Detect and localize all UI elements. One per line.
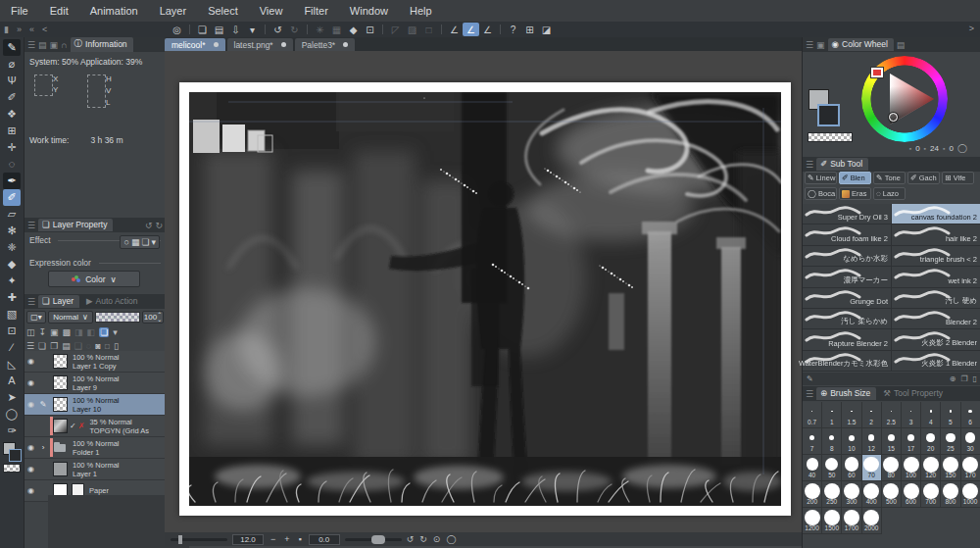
brush-item[interactable]: 火炎影 1 Blender <box>892 351 980 372</box>
redo-icon[interactable]: ↻ <box>155 221 163 230</box>
dock-arrow-icon[interactable]: » <box>17 25 22 34</box>
brush-size-200[interactable]: 200 <box>803 481 822 508</box>
ruler-visibility-icon[interactable]: ◧ <box>87 327 96 337</box>
visibility-eye-icon[interactable]: ◉ <box>24 443 37 452</box>
open-file-icon[interactable]: ▤ <box>211 23 227 36</box>
rotation-slider-handle[interactable] <box>371 535 385 544</box>
brush-item[interactable]: Grunge Dot <box>803 288 892 309</box>
lock-transparent-pixels-icon[interactable]: ▩ <box>63 327 72 337</box>
snap-ruler-icon[interactable]: ∠ <box>446 23 463 36</box>
delete-layer-icon[interactable]: ▯ <box>114 341 119 351</box>
brush-size-80[interactable]: 80 <box>882 455 902 481</box>
combine-dim-icon[interactable]: ◌ <box>86 341 91 351</box>
processing-icon[interactable]: ✳ <box>312 23 328 36</box>
brush-size-2000[interactable]: 2000 <box>862 508 882 534</box>
zoom-value[interactable]: 12.0 <box>232 534 264 545</box>
tool-object-icon[interactable]: ➤ <box>3 389 21 406</box>
navigator-icon[interactable]: ▤ <box>38 40 47 50</box>
menu-window[interactable]: Window <box>339 0 399 22</box>
tab-modified-dot[interactable] <box>343 42 348 47</box>
brush-size-7[interactable]: 7 <box>803 428 822 455</box>
layer-row[interactable]: ◉100 % NormalLayer 1 <box>24 459 166 480</box>
brush-size-30[interactable]: 30 <box>961 428 980 455</box>
clip-to-layer-below-icon[interactable]: ◫ <box>26 327 35 337</box>
brush-size-250[interactable]: 250 <box>822 481 842 508</box>
tab-color-wheel[interactable]: ◉Color Wheel <box>828 38 894 51</box>
tool-ruler-icon[interactable]: ◺ <box>3 356 21 373</box>
brush-size-10[interactable]: 10 <box>842 428 861 455</box>
folder-icon[interactable] <box>53 440 68 455</box>
crop-frame-icon[interactable]: ⊡ <box>362 23 378 36</box>
duplicate-subtool-icon[interactable]: ❐ <box>960 374 967 383</box>
panel-menu-icon[interactable]: ☰ <box>27 221 35 230</box>
color-set-icon[interactable]: ▣ <box>816 40 825 50</box>
opacity-value[interactable]: 100⌃⌄ <box>142 311 164 324</box>
edit-subtool-icon[interactable]: ✎ <box>807 374 813 383</box>
layer-thumbnail[interactable] <box>53 354 68 369</box>
brush-item[interactable]: 濃厚マーカー <box>803 267 892 287</box>
save-dropdown-icon[interactable]: ▾ <box>244 23 261 36</box>
layer-thumbnail[interactable] <box>53 375 68 390</box>
brush-item[interactable]: 火炎影 2 Blender <box>892 329 980 350</box>
transfer-down-icon[interactable]: ↧ <box>39 327 47 337</box>
layer-thumbnail[interactable] <box>53 397 68 412</box>
painting[interactable] <box>189 92 781 506</box>
menu-layer[interactable]: Layer <box>149 0 198 22</box>
tool-magic-wand-icon[interactable]: ✦ <box>3 273 21 289</box>
brush-size-5[interactable]: 5 <box>941 402 960 428</box>
brush-item[interactable]: なめらか水彩 <box>803 246 892 267</box>
tab-auto-action[interactable]: ▶Auto Action <box>82 295 144 308</box>
color-slider-icon[interactable]: ▤ <box>897 40 906 50</box>
blend-mode-select[interactable]: Normal∨ <box>48 311 93 324</box>
tool-pen-dark-icon[interactable]: ✒ <box>3 173 21 189</box>
brush-item[interactable]: hair like 2 <box>892 224 980 245</box>
menu-select[interactable]: Select <box>197 0 249 22</box>
tool-zoom-icon[interactable]: ⌀ <box>3 56 21 73</box>
undo-icon[interactable]: ↺ <box>270 23 286 36</box>
brush-item[interactable]: canvas foundation 2 <box>892 204 980 224</box>
selection-dim-icon[interactable]: ▦ <box>328 23 345 36</box>
delete-subtool-icon[interactable]: ▯ <box>973 374 977 383</box>
tool-eyedropper-icon[interactable]: ✑ <box>3 423 21 439</box>
menu-file[interactable]: File <box>0 0 39 22</box>
create-mask-icon[interactable]: ◙ <box>95 341 100 351</box>
tool-hand-icon[interactable]: Ψ <box>3 73 21 89</box>
tool-frame-border-icon[interactable]: ⊞ <box>3 123 21 139</box>
subtool-group-blen[interactable]: ✐Blen <box>839 172 871 184</box>
rotation-value[interactable]: 0.0 <box>309 534 340 545</box>
brush-size-12[interactable]: 12 <box>862 428 882 455</box>
tool-move-icon[interactable]: ✛ <box>3 139 21 156</box>
panel-menu-icon[interactable]: ☰ <box>27 297 35 307</box>
brush-size-20[interactable]: 20 <box>921 428 941 455</box>
chevron-down-icon[interactable]: ▾ <box>151 237 156 247</box>
layer-thumbnail[interactable] <box>53 462 68 476</box>
border-effect-icon[interactable]: ○ <box>123 237 128 247</box>
tool-frame-icon[interactable]: ⊡ <box>3 323 21 339</box>
rotate-icon[interactable]: ⊙ <box>433 534 441 544</box>
brush-size-0.7[interactable]: 0.7 <box>803 402 822 428</box>
brush-item[interactable]: triangle brush < 2 <box>892 246 980 267</box>
visibility-eye-icon[interactable]: ◉ <box>24 357 37 366</box>
brush-size-1700[interactable]: 1700 <box>842 508 861 534</box>
brush-size-1200[interactable]: 1200 <box>803 508 822 534</box>
tool-fill-icon[interactable]: ◆ <box>3 256 21 273</box>
brush-size-300[interactable]: 300 <box>842 481 861 508</box>
layer-list-menu-icon[interactable]: ☰ <box>26 341 34 351</box>
apply-mask-dim-icon[interactable]: ◘ <box>105 341 110 351</box>
rotate-icon[interactable]: ↻ <box>419 534 427 544</box>
tab-modified-dot[interactable] <box>214 42 219 47</box>
add-subtool-icon[interactable]: ⊕ <box>950 374 956 383</box>
transparent-color-swatch[interactable] <box>808 132 853 142</box>
expression-color-select[interactable]: Color ∨ <box>48 271 140 287</box>
brush-size-1500[interactable]: 1500 <box>822 508 842 534</box>
zoom-out-button[interactable]: − <box>269 534 277 544</box>
subtool-group-gach[interactable]: ✐Gach <box>907 172 940 184</box>
brush-size-8[interactable]: 8 <box>822 428 842 455</box>
tone-effect-icon[interactable]: ▦ <box>131 237 140 247</box>
redo-icon[interactable]: ↻ <box>286 23 303 36</box>
new-file-icon[interactable]: ❏ <box>194 23 211 36</box>
tool-selection-icon[interactable]: ◌ <box>3 156 21 173</box>
history-icon[interactable]: ↺ <box>145 221 153 230</box>
brush-item[interactable]: 汚し 柔らかめ <box>803 309 892 329</box>
brush-size-150[interactable]: 150 <box>941 455 960 481</box>
